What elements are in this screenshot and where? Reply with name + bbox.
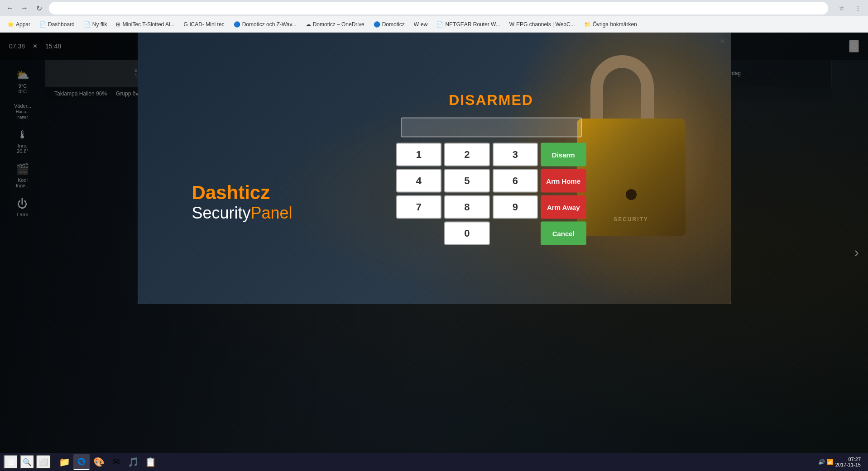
main-content: 07:38 ☀ 15:48 onsdag 15 november 2017 07… bbox=[0, 33, 868, 471]
taskbar-date: 2017-11-15 bbox=[835, 462, 861, 467]
key-8[interactable]: 8 bbox=[444, 195, 490, 219]
title-bar: ← → ↻ ☆ ⋮ bbox=[0, 0, 868, 16]
taskbar-edge[interactable] bbox=[73, 454, 90, 470]
keypad: 1 2 3 Disarm 4 5 6 Arm Home 7 8 bbox=[396, 143, 586, 245]
key-1[interactable]: 1 bbox=[396, 143, 442, 167]
bookmark-domoticz-zwave-label: Domoticz och Z-Wav... bbox=[242, 21, 297, 28]
bookmark-netgear-icon: 📄 bbox=[436, 21, 443, 28]
bookmark-onedrive-label: Domoticz – OneDrive bbox=[313, 21, 364, 28]
bookmark-icad-label: iCAD- Mini tec bbox=[190, 21, 225, 28]
key-0[interactable]: 0 bbox=[444, 222, 490, 245]
bookmark-netgear[interactable]: 📄 NETGEAR Router W... bbox=[433, 19, 504, 29]
task-view-button[interactable]: ⬜ bbox=[36, 455, 51, 469]
bookmark-ovriga-label: Övriga bokmärken bbox=[593, 21, 637, 28]
browser-chrome: ← → ↻ ☆ ⋮ ⭐ Appar 📄 Dashboard 📄 Ny flik … bbox=[0, 0, 868, 33]
lock-keyhole bbox=[626, 189, 637, 200]
reload-button[interactable]: ↻ bbox=[33, 2, 45, 14]
bookmark-domoticz-icon: 🔵 bbox=[374, 21, 380, 28]
bookmark-ew-label: ew bbox=[421, 21, 427, 28]
bookmark-ny-flik-icon: 📄 bbox=[84, 21, 91, 28]
bookmark-appar-icon: ⭐ bbox=[7, 21, 14, 28]
lock-shape: SECURITY bbox=[568, 55, 695, 236]
bookmark-netgear-label: NETGEAR Router W... bbox=[445, 21, 500, 28]
taskbar-paint[interactable]: 🎨 bbox=[91, 454, 107, 470]
systray-icons: 🔊 📶 bbox=[818, 459, 833, 465]
key-2[interactable]: 2 bbox=[444, 143, 490, 167]
star-button[interactable]: ☆ bbox=[835, 2, 848, 14]
bookmark-ew[interactable]: W ew bbox=[410, 19, 432, 29]
bookmark-ovriga[interactable]: 📁 Övriga bokmärken bbox=[580, 19, 641, 29]
menu-button[interactable]: ⋮ bbox=[852, 2, 864, 14]
bookmark-domoticz-zwave[interactable]: 🔵 Domoticz och Z-Wav... bbox=[230, 19, 300, 29]
bookmark-epg[interactable]: W EPG channels | WebC... bbox=[506, 19, 579, 29]
key-3[interactable]: 3 bbox=[493, 143, 538, 167]
taskbar-media[interactable]: 🎵 bbox=[125, 454, 141, 470]
bookmark-epg-label: EPG channels | WebC... bbox=[516, 21, 575, 28]
key-5[interactable]: 5 bbox=[444, 169, 490, 193]
bookmark-ew-icon: W bbox=[414, 21, 419, 28]
brand-dashticz: Dashticz bbox=[192, 182, 293, 204]
bookmark-minitec-icon: ⊞ bbox=[116, 21, 120, 28]
key-empty-left bbox=[396, 222, 442, 245]
cancel-button[interactable]: Cancel bbox=[541, 222, 586, 245]
taskbar-file-explorer[interactable]: 📁 bbox=[56, 454, 72, 470]
lock-security-text: SECURITY bbox=[614, 216, 648, 223]
bookmark-domoticz-zwave-icon: 🔵 bbox=[234, 21, 240, 28]
back-button[interactable]: ← bbox=[4, 2, 16, 14]
bookmark-domoticz-label: Domoticz bbox=[382, 21, 405, 28]
bookmark-onedrive-icon: ☁ bbox=[306, 21, 311, 28]
bookmark-ny-flik-label: Ny flik bbox=[92, 21, 107, 28]
key-9[interactable]: 9 bbox=[493, 195, 538, 219]
nav-controls: ← → ↻ bbox=[4, 2, 45, 14]
bookmark-icad[interactable]: G iCAD- Mini tec bbox=[180, 19, 228, 29]
disarm-button[interactable]: Disarm bbox=[541, 143, 586, 167]
bookmark-onedrive[interactable]: ☁ Domoticz – OneDrive bbox=[302, 19, 368, 29]
bookmark-minitec-label: MiniTec T-Slotted Al... bbox=[122, 21, 174, 28]
modal-overlay: × SECURITY Dashticz bbox=[0, 33, 868, 471]
brand-security: SecurityPanel bbox=[192, 204, 293, 223]
brand-panel: Panel bbox=[251, 204, 293, 222]
brand-area: Dashticz SecurityPanel bbox=[192, 182, 293, 223]
key-6[interactable]: 6 bbox=[493, 169, 538, 193]
bookmark-domoticz[interactable]: 🔵 Domoticz bbox=[370, 19, 408, 29]
search-button[interactable]: 🔍 bbox=[20, 455, 34, 469]
arm-home-button[interactable]: Arm Home bbox=[541, 169, 586, 193]
taskbar-systray: 🔊 📶 bbox=[818, 459, 833, 465]
address-bar[interactable] bbox=[49, 2, 828, 14]
bookmark-ny-flik[interactable]: 📄 Ny flik bbox=[80, 19, 111, 29]
key-empty-right bbox=[493, 222, 538, 245]
bookmark-dashboard-label: Dashboard bbox=[48, 21, 75, 28]
bookmarks-bar: ⭐ Appar 📄 Dashboard 📄 Ny flik ⊞ MiniTec … bbox=[0, 16, 868, 33]
key-4[interactable]: 4 bbox=[396, 169, 442, 193]
security-panel: DISARMED 1 2 3 Disarm 4 5 6 bbox=[396, 92, 586, 245]
arm-away-button[interactable]: Arm Away bbox=[541, 195, 586, 219]
bookmark-icad-icon: G bbox=[184, 21, 188, 28]
taskbar-clipboard[interactable]: 📋 bbox=[142, 454, 158, 470]
pin-input[interactable] bbox=[401, 118, 582, 138]
bookmark-appar-label: Appar bbox=[16, 21, 30, 28]
lock-body: SECURITY bbox=[577, 119, 686, 236]
bookmark-epg-icon: W bbox=[509, 21, 514, 28]
taskbar-apps: 📁 🎨 ✉ 🎵 📋 bbox=[56, 454, 816, 470]
forward-button[interactable]: → bbox=[18, 2, 31, 14]
security-modal: × SECURITY Dashticz bbox=[138, 33, 731, 304]
taskbar-mail[interactable]: ✉ bbox=[108, 454, 124, 470]
bookmark-appar[interactable]: ⭐ Appar bbox=[4, 19, 34, 29]
key-7[interactable]: 7 bbox=[396, 195, 442, 219]
bookmark-dashboard-icon: 📄 bbox=[39, 21, 46, 28]
start-button[interactable]: ⊞ bbox=[4, 455, 18, 469]
taskbar-clock: 07:27 2017-11-15 bbox=[835, 457, 864, 467]
taskbar: ⊞ 🔍 ⬜ 📁 🎨 ✉ 🎵 📋 🔊 📶 07:27 2017-11-15 bbox=[0, 453, 868, 471]
security-status: DISARMED bbox=[449, 92, 533, 109]
browser-icons: ☆ ⋮ bbox=[835, 2, 864, 14]
dashboard-background: 07:38 ☀ 15:48 onsdag 15 november 2017 07… bbox=[0, 33, 868, 471]
modal-close-button[interactable]: × bbox=[720, 36, 725, 47]
bookmark-ovriga-icon: 📁 bbox=[584, 21, 591, 28]
security-content: SECURITY Dashticz SecurityPanel DISARMED bbox=[138, 33, 731, 304]
taskbar-time: 07:27 bbox=[835, 457, 861, 462]
bookmark-dashboard[interactable]: 📄 Dashboard bbox=[36, 19, 78, 29]
bookmark-minitec[interactable]: ⊞ MiniTec T-Slotted Al... bbox=[112, 19, 178, 29]
